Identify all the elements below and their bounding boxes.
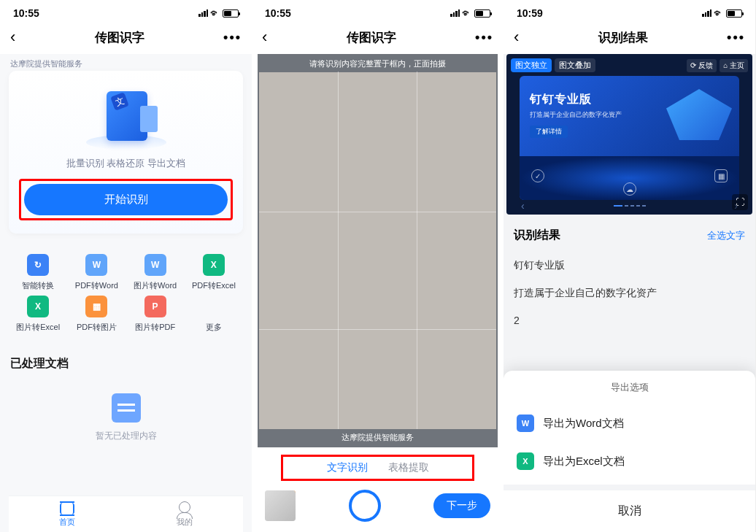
page-title: 传图识字 — [347, 29, 396, 46]
tools-grid: ↻智能转换 WPDF转Word W图片转Word XPDF转Excel X图片转… — [9, 254, 243, 333]
card-subtitle: 批量识别 表格还原 导出文档 — [66, 157, 185, 170]
status-icons: ᯤ — [450, 7, 490, 19]
status-icons: ᯤ — [702, 7, 742, 19]
tool-img-to-pdf[interactable]: P图片转PDF — [126, 296, 185, 333]
wifi-icon: ᯤ — [714, 7, 724, 19]
tool-smart-convert[interactable]: ↻智能转换 — [9, 254, 67, 291]
scan-icon — [59, 502, 75, 515]
excel-icon: X — [27, 296, 49, 317]
tool-more[interactable]: 更多 — [185, 296, 243, 333]
result-line[interactable]: 2 — [514, 307, 745, 334]
tool-pdf-to-excel[interactable]: XPDF转Excel — [185, 254, 243, 291]
tool-pdf-to-img[interactable]: ▦PDF转图片 — [67, 296, 126, 333]
shield-icon: ✓ — [531, 169, 544, 182]
camera-hint: 请将识别内容完整置于框内，正面拍摄 — [259, 55, 496, 72]
page-title: 传图识字 — [95, 29, 144, 46]
status-time: 10:55 — [13, 7, 39, 19]
feedback-link[interactable]: ⟳ 反馈 — [687, 59, 717, 72]
preview-panel: 图文独立 图文叠加 ⟳ 反馈 ⌂ 主页 ✓ ▦ ☁ 钉钉专业版 打造属于企业自己… — [506, 54, 752, 215]
document-icon — [112, 393, 141, 423]
wifi-icon: ᯤ — [210, 7, 220, 19]
card-illustration — [86, 84, 166, 150]
status-time: 10:59 — [517, 7, 543, 19]
battery-icon — [223, 9, 239, 18]
result-line[interactable]: 钉钉专业版 — [514, 252, 745, 280]
more-button[interactable]: ••• — [223, 30, 242, 45]
promo-button: 了解详情 — [530, 126, 568, 138]
status-bar: 10:55 ᯤ — [0, 0, 252, 22]
tool-pdf-to-word[interactable]: WPDF转Word — [67, 254, 126, 291]
cloud-icon: ☁ — [623, 182, 636, 196]
tool-img-to-excel[interactable]: X图片转Excel — [9, 296, 67, 333]
export-sheet: 导出选项 W 导出为Word文档 X 导出为Excel文档 取消 — [504, 371, 755, 532]
status-icons: ᯤ — [198, 7, 239, 19]
processed-section: 已处理文档 暂无已处理内容 — [9, 355, 243, 442]
status-bar: 10:59 ᯤ — [504, 0, 755, 22]
tab-text-recognize[interactable]: 文字识别 — [327, 461, 368, 474]
grid-icon: ▦ — [714, 169, 728, 182]
screen-home: 10:55 ᯤ ‹ 传图识字 ••• 达摩院提供智能服务 批量识别 表格还原 导… — [0, 0, 252, 532]
status-bar: 10:55 ᯤ — [252, 0, 504, 22]
start-card: 批量识别 表格还原 导出文档 开始识别 — [9, 71, 243, 234]
wifi-icon: ᯤ — [462, 7, 472, 19]
result-heading: 识别结果 — [514, 228, 560, 243]
signal-icon — [198, 9, 208, 17]
camera-provider: 达摩院提供智能服务 — [259, 429, 496, 446]
mode-tabs: 文字识别 表格提取 — [281, 455, 474, 481]
thumbnail-badge: 1 — [288, 490, 296, 498]
next-button[interactable]: 下一步 — [433, 493, 490, 518]
camera-controls: 1 下一步 — [252, 481, 504, 532]
battery-icon — [474, 9, 490, 18]
back-button[interactable]: ‹ — [262, 28, 267, 47]
processed-title: 已处理文档 — [9, 355, 243, 385]
result-list: 识别结果 全选文字 钉钉专业版 打造属于企业自己的数字化资产 2 — [504, 220, 755, 334]
recognized-image: ✓ ▦ ☁ 钉钉专业版 打造属于企业自己的数字化资产 了解详情 — [520, 76, 739, 200]
more-button[interactable]: ••• — [727, 30, 745, 45]
empty-text: 暂无已处理内容 — [96, 430, 157, 442]
excel-icon: X — [517, 452, 534, 470]
status-time: 10:55 — [265, 7, 291, 19]
expand-button[interactable]: ⛶ — [732, 194, 748, 210]
shutter-button[interactable] — [349, 490, 381, 522]
pdf-icon: P — [144, 296, 166, 317]
page-title: 识别结果 — [598, 29, 648, 46]
export-excel[interactable]: X 导出为Excel文档 — [504, 442, 755, 480]
home-link[interactable]: ⌂ 主页 — [720, 59, 748, 72]
nav-bar: ‹ 传图识字 ••• — [0, 22, 252, 54]
pager-prev[interactable]: ‹ — [521, 200, 525, 212]
cancel-button[interactable]: 取消 — [504, 485, 755, 532]
nav-bar: ‹ 传图识字 ••• — [252, 22, 504, 54]
word-icon: W — [517, 415, 534, 432]
select-all-link[interactable]: 全选文字 — [707, 229, 745, 242]
signal-icon — [450, 9, 460, 17]
promo-subtitle: 打造属于企业自己的数字化资产 — [530, 110, 622, 120]
tab-me[interactable]: 我的 — [126, 496, 244, 532]
result-line[interactable]: 打造属于企业自己的数字化资产 — [514, 280, 745, 307]
excel-icon: X — [203, 254, 225, 276]
camera-viewfinder[interactable]: 请将识别内容完整置于框内，正面拍摄 达摩院提供智能服务 — [258, 54, 498, 447]
screen-camera: 10:55 ᯤ ‹ 传图识字 ••• 请将识别内容完整置于框内，正面拍摄 达摩院… — [252, 0, 504, 532]
word-icon: W — [144, 254, 166, 276]
start-recognize-button[interactable]: 开始识别 — [24, 184, 228, 215]
back-button[interactable]: ‹ — [10, 28, 15, 47]
back-button[interactable]: ‹ — [514, 28, 519, 47]
user-icon — [177, 502, 193, 515]
preview-pager: ‹ › — [506, 200, 752, 212]
tab-home[interactable]: 首页 — [9, 496, 126, 532]
tool-img-to-word[interactable]: W图片转Word — [126, 254, 185, 291]
screen-result: 10:59 ᯤ ‹ 识别结果 ••• 图文独立 图文叠加 ⟳ 反馈 ⌂ 主页 — [504, 0, 755, 532]
nav-bar: ‹ 识别结果 ••• — [504, 22, 755, 54]
more-button[interactable]: ••• — [475, 30, 493, 45]
signal-icon — [702, 9, 711, 17]
tab-table-extract[interactable]: 表格提取 — [388, 461, 429, 474]
gallery-thumbnail[interactable]: 1 — [265, 490, 296, 521]
provider-badge: 达摩院提供智能服务 — [9, 54, 243, 71]
highlight-frame: 开始识别 — [19, 179, 233, 220]
word-icon: W — [85, 254, 107, 276]
pill-independent[interactable]: 图文独立 — [511, 58, 552, 72]
pill-overlay[interactable]: 图文叠加 — [555, 58, 595, 72]
bottom-tabbar: 首页 我的 — [9, 496, 243, 532]
export-word[interactable]: W 导出为Word文档 — [504, 404, 755, 442]
battery-icon — [726, 9, 742, 18]
promo-title: 钉钉专业版 — [530, 92, 622, 107]
